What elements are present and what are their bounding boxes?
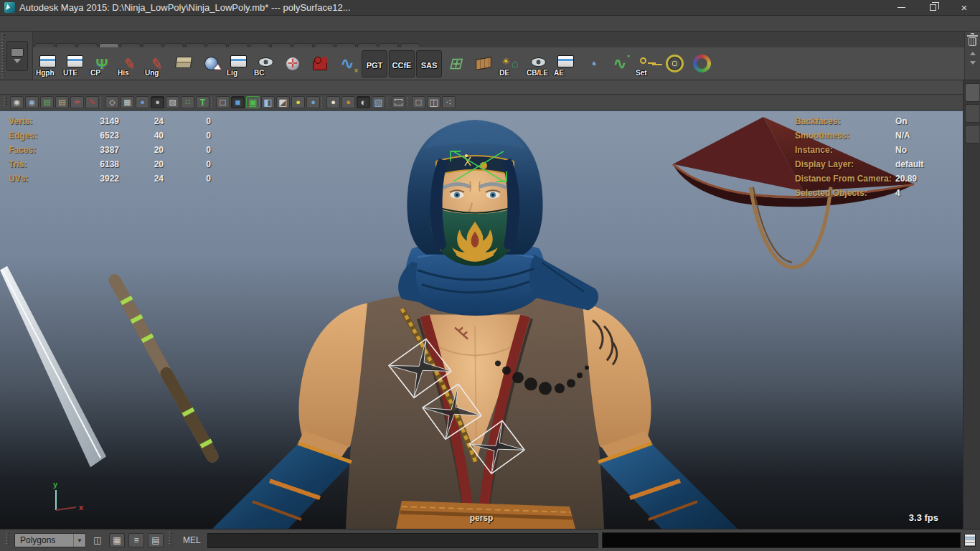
close-button[interactable]: × (948, 0, 980, 15)
viewport-tool-icon[interactable] (427, 96, 440, 108)
shelf-button-label: Ung (145, 69, 159, 77)
hud-value: 4 (895, 188, 923, 198)
shelf-button-icon (450, 55, 463, 73)
tool-glyph (278, 98, 287, 107)
shelf-button[interactable]: PGT (362, 50, 387, 77)
sidebar-tab[interactable] (965, 104, 979, 123)
shelf-button[interactable] (334, 50, 360, 77)
viewport-tool-icon[interactable] (70, 96, 84, 108)
shelf-button[interactable]: Hgph (34, 50, 60, 77)
shelf-button[interactable] (689, 50, 715, 77)
viewport-tool-icon[interactable] (196, 96, 209, 108)
viewport-tool-icon[interactable] (261, 96, 275, 108)
viewport-tool-icon[interactable] (85, 96, 99, 108)
shelf-menu-button[interactable] (11, 48, 24, 57)
viewport-tool-icon[interactable] (341, 96, 355, 108)
viewport-tool-icon[interactable] (357, 96, 370, 108)
viewport-tool-icon[interactable] (211, 98, 215, 108)
shelf-button-icon (531, 57, 546, 67)
viewport-tool-icon[interactable] (136, 96, 149, 108)
viewport-tool-icon[interactable] (166, 96, 179, 108)
shelf-button[interactable]: BC (253, 50, 278, 77)
mel-command-input[interactable] (207, 533, 598, 548)
sidebar-tab[interactable] (965, 125, 979, 143)
selection-mode-dropdown[interactable]: Polygons ▼ (14, 533, 86, 547)
shelf-button[interactable]: SAS (416, 50, 442, 77)
script-editor-button[interactable] (964, 534, 976, 547)
viewport-tool-icon[interactable] (291, 96, 305, 108)
snap-panels-icon[interactable]: ◫ (90, 533, 105, 547)
shelf-dropdown-arrow-icon[interactable] (14, 59, 21, 63)
command-output-field[interactable] (602, 532, 961, 548)
statusbar-grip-handle[interactable] (169, 532, 172, 546)
shelf-button[interactable]: CCfE (389, 50, 415, 77)
minimize-button[interactable] (885, 0, 917, 15)
viewport-tool-icon[interactable] (100, 98, 104, 108)
viewport-tool-icon[interactable] (387, 98, 390, 108)
shelf-button[interactable] (471, 50, 496, 77)
shelf-button-icon (204, 57, 218, 70)
shelf-button[interactable]: CB/LE (525, 50, 551, 77)
shelf-button[interactable]: Set (634, 50, 660, 77)
viewport-tool-icon[interactable] (326, 96, 340, 108)
hud-row: Faces: 3387 20 0 (9, 143, 211, 157)
notes-toggle-icon[interactable]: ▤ (148, 533, 164, 547)
viewport-tool-icon[interactable] (105, 96, 119, 108)
shelf-button-label: Set (636, 69, 647, 77)
shelf-button-label: CP (90, 69, 100, 77)
sidebar-tab[interactable] (965, 83, 979, 102)
tool-glyph (43, 98, 50, 106)
viewport-tool-icon[interactable] (55, 96, 69, 108)
tool-glyph (74, 98, 80, 106)
viewport-tool-icon[interactable] (442, 96, 456, 108)
shelf-button[interactable]: Ung (143, 50, 169, 77)
viewport-tool-icon[interactable] (246, 96, 260, 108)
sliders-toggle-icon[interactable]: ≡ (128, 533, 144, 547)
viewport-tool-icon[interactable] (181, 96, 194, 108)
shelf-grip-handle[interactable] (1, 34, 5, 77)
viewport-tool-icon[interactable] (321, 98, 325, 108)
viewport-tool-icon[interactable] (392, 96, 405, 108)
spreadsheet-toggle-icon[interactable]: ▦ (109, 533, 125, 547)
shelf-button[interactable] (661, 50, 687, 77)
shelf-button[interactable] (307, 50, 333, 77)
viewport[interactable]: Verts: 3149 24 0 Edges: 6523 40 0 Faces:… (0, 110, 963, 529)
shelf-scroll-up-icon[interactable] (970, 52, 976, 55)
viewport-tool-icon[interactable] (407, 98, 410, 108)
shelf-button[interactable] (198, 50, 224, 77)
shelf-button[interactable] (607, 50, 633, 77)
shelf-button-icon (286, 57, 299, 70)
viewport-toolbar (0, 95, 963, 110)
dropdown-arrow-icon: ▼ (73, 534, 85, 547)
shelf-button[interactable]: CP (89, 50, 115, 77)
viewport-tool-icon[interactable] (216, 96, 230, 108)
viewport-tool-icon[interactable] (25, 96, 39, 108)
viewport-tool-icon[interactable] (40, 96, 54, 108)
statusbar-grip-handle[interactable] (6, 532, 9, 546)
viewport-tool-icon[interactable] (306, 96, 320, 108)
shelf-scroll-down-icon[interactable] (970, 61, 976, 65)
shelf-button[interactable] (171, 50, 197, 77)
viewport-tool-icon[interactable] (372, 96, 385, 108)
shelf-button[interactable]: UTE (62, 50, 88, 77)
shelf-button[interactable]: His (116, 50, 142, 77)
viewport-tool-icon[interactable] (151, 96, 164, 108)
viewport-tool-icon[interactable] (10, 96, 24, 108)
shelf-button[interactable] (580, 50, 606, 77)
viewport-tool-icon[interactable] (412, 96, 425, 108)
shelf-button-label: SAS (421, 61, 438, 70)
shelf-button[interactable] (280, 50, 306, 77)
trash-icon[interactable] (969, 37, 976, 46)
viewport-tool-icon[interactable] (231, 96, 245, 108)
shelf-button[interactable]: DE (498, 50, 524, 77)
shelf-layout-switcher (6, 41, 28, 71)
shelf-button-icon (67, 55, 83, 67)
hud-row: Tris: 6138 20 0 (9, 157, 211, 171)
shelf-button[interactable] (443, 50, 469, 77)
shelf-button[interactable]: Lig (225, 50, 251, 77)
shelf-button[interactable]: AE (552, 50, 578, 77)
viewport-tool-icon[interactable] (276, 96, 290, 108)
viewport-tool-icon[interactable] (121, 96, 134, 108)
restore-button[interactable] (917, 0, 948, 15)
toolbar-grip-handle[interactable] (4, 97, 7, 107)
